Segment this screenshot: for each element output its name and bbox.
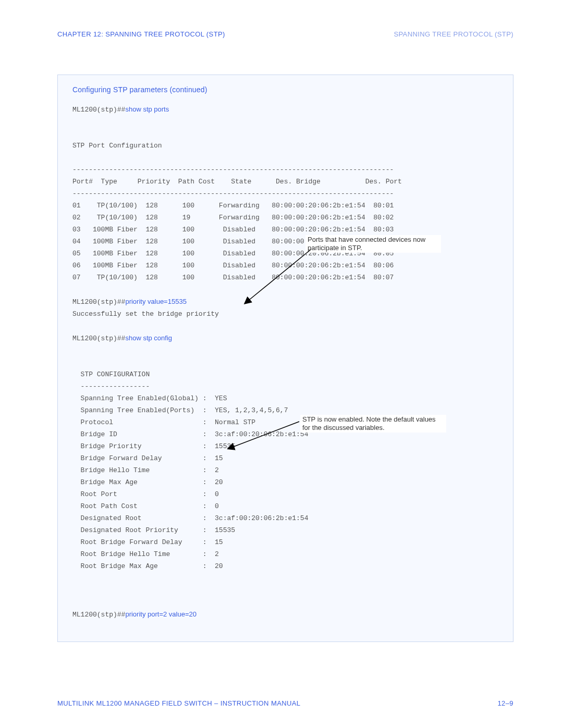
cmd-show-stp-ports: show stp ports (125, 105, 169, 113)
prompt: ML1200(stp)## (72, 611, 125, 619)
blank (72, 572, 499, 608)
config-line: Root Bridge Hello Time : 2 (72, 548, 499, 560)
config-line: Bridge Priority : 15535 (72, 440, 499, 452)
ports-header-row: Port# Type Priority Path Cost State Des.… (72, 176, 499, 188)
cmd-line-show-config: ML1200(stp)##show stp config (72, 332, 499, 344)
prompt: ML1200(stp)## (72, 335, 125, 342)
cmd-line-show-ports: ML1200(stp)##show stp ports (72, 103, 499, 116)
header-left: CHAPTER 12: SPANNING TREE PROTOCOL (STP) (57, 30, 225, 38)
ports-row: 01 TP(10/100) 128 100 Forwarding 80:00:0… (72, 200, 499, 212)
page-footer: MULTILINK ML1200 MANAGED FIELD SWITCH – … (57, 699, 513, 707)
ports-heading: STP Port Configuration (72, 140, 499, 152)
ports-row: 07 TP(10/100) 128 100 Disabled 80:00:00:… (72, 272, 499, 283)
config-line: Designated Root : 3c:af:00:20:06:2b:e1:5… (72, 512, 499, 524)
annotation-enabled: STP is now enabled. Note the default val… (300, 415, 446, 433)
footer-left: MULTILINK ML1200 MANAGED FIELD SWITCH – … (57, 699, 300, 707)
cmd-priority-value: priority value=15535 (125, 298, 186, 305)
blank (72, 320, 499, 332)
cmd-priority-port: priority port=2 value=20 (125, 610, 197, 618)
config-line: Root Port : 0 (72, 488, 499, 500)
cmd-line-priority-port: ML1200(stp)##priority port=2 value=20 (72, 608, 499, 621)
priority-response: Successfully set the bridge priority (72, 308, 499, 320)
config-line: Designated Root Priority : 15535 (72, 524, 499, 536)
footer-right: 12–9 (497, 699, 513, 707)
blank (72, 283, 499, 295)
ports-rule: ----------------------------------------… (72, 164, 499, 176)
config-line: Bridge Max Age : 20 (72, 476, 499, 488)
ports-row: 02 TP(10/100) 128 19 Forwarding 80:00:00… (72, 212, 499, 224)
config-line: Bridge Forward Delay : 15 (72, 452, 499, 464)
cmd-line-priority-value: ML1200(stp)##priority value=15535 (72, 295, 499, 308)
config-rule: ----------------- (72, 380, 499, 392)
box-title: Configuring STP parameters (continued) (72, 85, 499, 94)
ports-row: 06 100MB Fiber 128 100 Disabled 80:00:00… (72, 260, 499, 272)
example-box: Configuring STP parameters (continued) M… (57, 75, 513, 642)
blank (72, 344, 499, 368)
ports-row: 03 100MB Fiber 128 100 Disabled 80:00:00… (72, 224, 499, 236)
blank (72, 152, 499, 164)
config-line: Root Bridge Forward Delay : 15 (72, 536, 499, 548)
cmd-show-stp-config: show stp config (125, 334, 172, 342)
prompt: ML1200(stp)## (72, 298, 125, 306)
annotation-ports: Ports that have connected devices now pa… (305, 235, 441, 253)
page-header: CHAPTER 12: SPANNING TREE PROTOCOL (STP)… (57, 30, 513, 38)
config-line: Bridge Hello Time : 2 (72, 464, 499, 476)
blank (72, 116, 499, 140)
config-line: Root Path Cost : 0 (72, 500, 499, 512)
config-line: Spanning Tree Enabled(Global) : YES (72, 392, 499, 404)
header-right: SPANNING TREE PROTOCOL (STP) (394, 30, 513, 38)
page: CHAPTER 12: SPANNING TREE PROTOCOL (STP)… (0, 0, 563, 728)
ports-rule: ----------------------------------------… (72, 188, 499, 200)
config-line: Root Bridge Max Age : 20 (72, 560, 499, 572)
config-title: STP CONFIGURATION (72, 368, 499, 380)
prompt: ML1200(stp)## (72, 106, 125, 114)
